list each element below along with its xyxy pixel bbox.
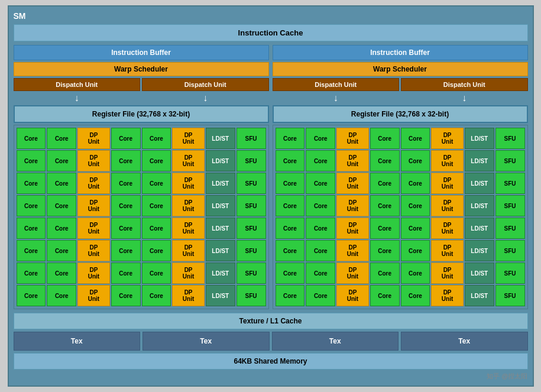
core-cell: Core [142,173,171,194]
left-cores-grid: Core Core DPUnit Core Core DPUnit LD/ST … [14,125,269,309]
core-cell: Core [401,240,430,261]
right-half: Instruction Buffer Warp Scheduler Dispat… [273,45,528,309]
core-cell: Core [47,285,76,306]
core-cell: Core [142,150,171,171]
left-dispatch-unit-2: Dispatch Unit [142,78,269,91]
ldst-cell: LD/ST [465,128,494,149]
table-row: Core Core DPUnit Core Core DPUnit LD/ST … [17,263,266,284]
core-cell: Core [370,240,400,261]
table-row: Core Core DPUnit Core Core DPUnit LD/ST … [276,128,525,149]
core-cell: Core [401,218,430,239]
core-cell: Core [47,218,76,239]
core-cell: Core [17,195,46,216]
core-cell: Core [306,195,335,216]
dp-unit-cell: DPUnit [172,150,204,171]
right-dispatch-unit-2: Dispatch Unit [401,78,528,91]
left-warp-scheduler: Warp Scheduler [14,62,269,76]
right-cores-grid: Core Core DPUnit Core Core DPUnit LD/ST … [273,125,528,309]
core-cell: Core [111,173,141,194]
ldst-cell: LD/ST [206,240,235,261]
core-cell: Core [401,263,430,284]
dp-unit-cell: DPUnit [336,218,368,239]
dp-unit-cell: DPUnit [172,128,204,149]
dp-unit-cell: DPUnit [336,173,368,194]
core-cell: Core [370,173,400,194]
core-cell: Core [111,150,141,171]
two-col-layout: Instruction Buffer Warp Scheduler Dispat… [14,45,528,309]
core-cell: Core [401,128,430,149]
sfu-cell: SFU [495,218,525,239]
table-row: Core Core DPUnit Core Core DPUnit LD/ST … [276,195,525,216]
core-cell: Core [47,263,76,284]
core-cell: Core [401,150,430,171]
core-cell: Core [276,173,305,194]
dp-unit-cell: DPUnit [172,218,204,239]
core-cell: Core [47,240,76,261]
dp-unit-cell: DPUnit [336,285,368,306]
core-cell: Core [142,128,171,149]
right-register-file: Register File (32,768 x 32-bit) [273,105,528,123]
table-row: Core Core DPUnit Core Core DPUnit LD/ST … [276,173,525,194]
core-cell: Core [47,150,76,171]
table-row: Core Core DPUnit Core Core DPUnit LD/ST … [276,240,525,261]
left-dispatch-unit-1: Dispatch Unit [14,78,141,91]
core-cell: Core [142,195,171,216]
core-cell: Core [276,150,305,171]
tex-row: Tex Tex Tex Tex [14,332,528,351]
core-cell: Core [17,150,46,171]
right-warp-scheduler: Warp Scheduler [273,62,528,76]
core-cell: Core [17,128,46,149]
dp-unit-cell: DPUnit [77,285,109,306]
sfu-cell: SFU [495,285,525,306]
ldst-cell: LD/ST [465,218,494,239]
ldst-cell: LD/ST [465,150,494,171]
core-cell: Core [142,285,171,306]
core-cell: Core [47,128,76,149]
ldst-cell: LD/ST [465,240,494,261]
sfu-cell: SFU [237,128,266,149]
core-cell: Core [47,173,76,194]
ldst-cell: LD/ST [465,195,494,216]
left-arrow-2: ↓ [142,93,269,103]
left-arrow-1: ↓ [14,93,141,103]
ldst-cell: LD/ST [206,218,235,239]
core-cell: Core [370,263,400,284]
tex-unit-3: Tex [272,332,399,351]
core-cell: Core [306,150,335,171]
watermark: 知乎 @捏太阳 [14,372,528,381]
core-cell: Core [401,195,430,216]
sm-container: SM Instruction Cache Instruction Buffer … [8,5,534,387]
sfu-cell: SFU [495,128,525,149]
dp-unit-cell: DPUnit [77,195,109,216]
dp-unit-cell: DPUnit [431,195,463,216]
table-row: Core Core DPUnit Core Core DPUnit LD/ST … [17,150,266,171]
core-cell: Core [276,240,305,261]
texture-l1-cache: Texture / L1 Cache [14,313,528,329]
sfu-cell: SFU [495,150,525,171]
dp-unit-cell: DPUnit [77,128,109,149]
core-cell: Core [17,218,46,239]
dp-unit-cell: DPUnit [431,128,463,149]
dp-unit-cell: DPUnit [172,240,204,261]
ldst-cell: LD/ST [206,285,235,306]
shared-memory: 64KB Shared Memory [14,353,528,370]
dp-unit-cell: DPUnit [336,263,368,284]
left-dispatch-row: Dispatch Unit Dispatch Unit [14,78,269,91]
sfu-cell: SFU [237,218,266,239]
dp-unit-cell: DPUnit [431,173,463,194]
dp-unit-cell: DPUnit [431,150,463,171]
core-cell: Core [17,240,46,261]
core-cell: Core [17,263,46,284]
tex-unit-2: Tex [142,332,270,351]
core-cell: Core [370,128,400,149]
core-cell: Core [111,218,141,239]
sm-label: SM [14,11,528,21]
dp-unit-cell: DPUnit [172,195,204,216]
left-arrows: ↓ ↓ [14,93,269,103]
ldst-cell: LD/ST [206,263,235,284]
core-cell: Core [17,285,46,306]
sfu-cell: SFU [495,173,525,194]
core-cell: Core [370,195,400,216]
dp-unit-cell: DPUnit [77,173,109,194]
core-cell: Core [276,285,305,306]
